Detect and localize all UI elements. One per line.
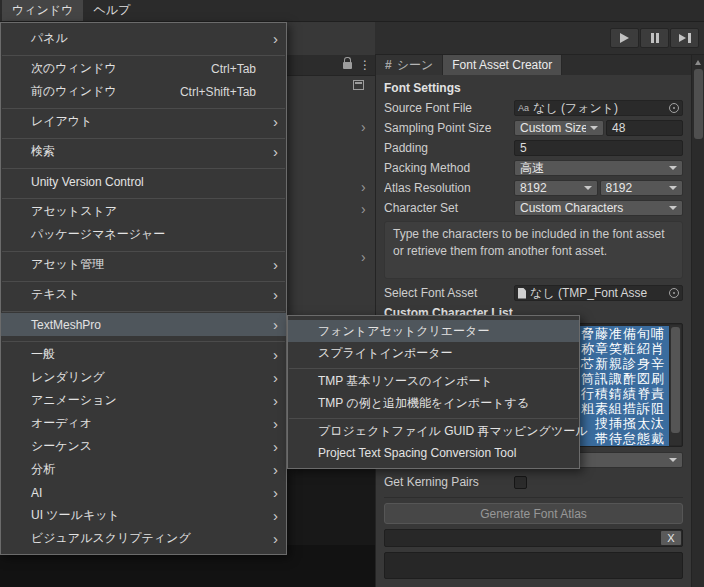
panel-scrollbar[interactable] [691,55,704,587]
menu-item[interactable] [1,306,286,313]
foldout-chevron-icon[interactable]: › [361,182,366,192]
lock-icon[interactable] [343,62,352,69]
font-settings-header: Font Settings [384,79,683,97]
sampling-mode-value: Custom Size [520,121,586,135]
play-button[interactable] [610,28,639,48]
menu-item[interactable]: TextMeshPro › [1,313,286,336]
menu-item-label: パネル [31,30,68,47]
source-font-file-field[interactable]: Aa なし (フォント) [514,100,683,116]
main-menubar: ウィンドウ ヘルプ [0,0,704,22]
atlas-height-value: 8192 [606,181,666,195]
menu-item-shortcut: Ctrl+Tab [211,62,268,76]
menu-item[interactable]: 一般 › [1,343,286,366]
menu-item[interactable]: レイアウト › [1,110,286,133]
menu-item[interactable]: レンダリング › [1,366,286,389]
asset-page-icon [518,288,526,299]
dropdown-caret-icon [669,166,677,170]
submenu-item[interactable]: スプライトインポーター [288,342,579,364]
kebab-menu-icon[interactable]: ⋮ [359,58,371,72]
menu-item-label: 一般 [31,346,55,363]
scrollbar-up-arrow-icon[interactable] [695,60,701,65]
pause-button[interactable] [640,28,669,48]
menu-item[interactable]: 分析 › [1,458,286,481]
scrollbar-thumb[interactable] [694,69,703,139]
foldout-chevron-icon[interactable]: › [361,204,366,214]
output-path-field[interactable]: X [384,529,683,547]
textarea-scrollbar[interactable] [670,325,681,445]
menu-item[interactable] [1,163,286,170]
submenu-arrow-icon: › [268,345,278,365]
menu-item[interactable]: テキスト › [1,283,286,306]
object-picker-icon[interactable] [669,103,679,113]
output-preview-area [384,552,683,579]
divider [384,497,683,498]
menu-item[interactable] [1,336,286,343]
submenu-item[interactable]: Project Text Spacing Conversion Tool [288,442,579,464]
menu-item[interactable]: ビジュアルスクリプティング › [1,527,286,550]
menu-item-label: TextMeshPro [31,318,101,332]
menu-item[interactable]: アニメーション › [1,389,286,412]
menu-item[interactable]: UI ツールキット › [1,504,286,527]
menu-item[interactable] [1,133,286,140]
source-font-file-value: なし (フォント) [533,100,665,117]
padding-input[interactable]: 5 [514,140,683,156]
panel-tabbar: # シーン Font Asset Creator [376,55,691,75]
submenu-arrow-icon: › [268,29,278,49]
generate-font-atlas-button[interactable]: Generate Font Atlas [384,503,683,524]
menu-item[interactable]: 前のウィンドウ Ctrl+Shift+Tab [1,80,286,103]
menu-item-label: レンダリング [31,369,105,386]
menu-item[interactable]: パッケージマネージャー [1,223,286,246]
sampling-size-input[interactable]: 48 [606,120,683,136]
padding-label: Padding [384,141,514,155]
step-button[interactable] [670,28,699,48]
sampling-mode-dropdown[interactable]: Custom Size [514,120,604,136]
submenu-arrow-icon: › [268,315,278,335]
atlas-height-dropdown[interactable]: 8192 [600,180,684,196]
foldout-chevron-icon[interactable]: › [361,252,366,262]
maximize-icon[interactable] [353,80,364,90]
menu-item[interactable] [1,103,286,110]
menu-item[interactable] [1,50,286,57]
clear-button[interactable]: X [661,531,681,545]
menu-item[interactable]: オーディオ › [1,412,286,435]
get-kerning-pairs-checkbox[interactable] [514,476,527,489]
menubar-item[interactable]: ウィンドウ [2,0,83,21]
foldout-chevron-icon[interactable]: › [361,122,366,132]
atlas-width-dropdown[interactable]: 8192 [514,180,598,196]
menu-item[interactable] [1,276,286,283]
menu-item[interactable]: アセット管理 › [1,253,286,276]
menu-item-label: アセットストア [31,203,117,220]
submenu-item[interactable]: TMP の例と追加機能をインポートする [288,392,579,414]
textmeshpro-submenu: フォントアセットクリエーター スプライトインポーター TMP 基本リソースのイン… [287,315,580,469]
menu-item[interactable]: 次のウィンドウ Ctrl+Tab [1,57,286,80]
object-picker-icon[interactable] [669,288,679,298]
menu-item[interactable]: シーケンス › [1,435,286,458]
menu-item[interactable] [1,246,286,253]
dropdown-caret-icon [669,458,677,462]
packing-method-dropdown[interactable]: 高速 [514,160,683,176]
submenu-item-label: プロジェクトファイル GUID 再マッピングツール [318,423,587,440]
menu-item[interactable]: AI › [1,481,286,504]
menu-item-label: オーディオ [31,415,92,432]
submenu-arrow-icon: › [268,414,278,434]
menu-item[interactable]: 検索 › [1,140,286,163]
menu-item[interactable]: パネル › [1,27,286,50]
menubar-item[interactable]: ヘルプ [83,0,140,21]
atlas-resolution-row: Atlas Resolution 8192 8192 [384,179,683,197]
scene-hash-icon: # [385,58,392,72]
tab-scene[interactable]: # シーン [376,55,443,75]
menu-item[interactable]: アセットストア [1,200,286,223]
select-font-asset-field[interactable]: なし (TMP_Font Asse [514,285,683,301]
submenu-item[interactable]: フォントアセットクリエーター [288,320,579,342]
menu-item-label: アセット管理 [31,256,104,273]
textarea-scrollbar-thumb[interactable] [671,327,680,433]
menu-item[interactable] [1,193,286,200]
menu-item-label: UI ツールキット [31,507,120,524]
tab-font-asset-creator[interactable]: Font Asset Creator [443,55,562,75]
submenu-item[interactable]: TMP 基本リソースのインポート [288,370,579,392]
menu-item[interactable]: Unity Version Control [1,170,286,193]
packing-method-label: Packing Method [384,161,514,175]
character-set-dropdown[interactable]: Custom Characters [514,200,683,216]
submenu-item[interactable]: プロジェクトファイル GUID 再マッピングツール [288,420,579,442]
submenu-arrow-icon: › [268,437,278,457]
